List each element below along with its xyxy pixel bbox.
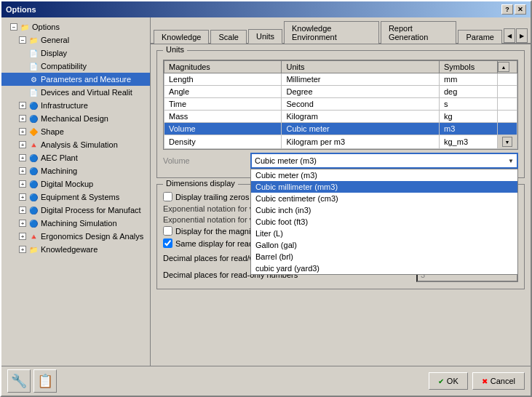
main-content: − 📁 Options − 📁 General 📄 Display 📄 Comp… xyxy=(1,17,531,366)
table-row[interactable]: Time Second s xyxy=(164,98,517,111)
bottom-bar: 🔧 📋 ✔ OK ✖ Cancel xyxy=(1,366,531,396)
cancel-label: Cancel xyxy=(491,377,515,385)
page-icon-devices: 📄 xyxy=(28,87,39,98)
ok-label: OK xyxy=(447,377,458,385)
dropdown-option[interactable]: Gallon (gal) xyxy=(251,239,517,251)
folder-icon-aec: 🔵 xyxy=(28,152,39,164)
cell-unit: Millimeter xyxy=(282,73,440,86)
sidebar-item-parameters[interactable]: ⚙ Parameters and Measure xyxy=(1,73,150,86)
dropdown-current-value: Cubic meter (m3) xyxy=(255,156,317,165)
tab-nav-right[interactable]: ▶ xyxy=(516,28,528,43)
dropdown-option[interactable]: Barrel (brl) xyxy=(251,251,517,262)
same-display-checkbox[interactable] xyxy=(163,238,172,248)
table-row[interactable]: Density Kilogram per m3 kg_m3 ▼ xyxy=(164,135,517,149)
cell-unit: Cubic meter xyxy=(282,123,440,135)
sidebar-item-shape[interactable]: + 🔶 Shape xyxy=(1,125,150,138)
expand-icon-machsim[interactable]: + xyxy=(19,220,26,227)
cell-scroll xyxy=(498,86,517,98)
expand-icon-mech[interactable]: + xyxy=(19,115,26,122)
expand-icon-infra[interactable]: + xyxy=(19,102,26,109)
cell-symbol: s xyxy=(440,98,498,111)
dropdown-option[interactable]: Cubic inch (in3) xyxy=(251,204,517,216)
expand-icon-digital[interactable]: + xyxy=(19,180,26,188)
sidebar-label-general: General xyxy=(41,36,69,44)
table-row[interactable]: Length Millimeter mm xyxy=(164,73,517,86)
bottom-icon-btn-2[interactable]: 📋 xyxy=(33,369,57,393)
units-group-label: Units xyxy=(163,45,187,54)
sidebar-item-options[interactable]: − 📁 Options xyxy=(1,20,150,33)
sidebar-item-digital-mockup[interactable]: + 🔵 Digital Mockup xyxy=(1,177,150,191)
dropdown-option[interactable]: Cubic meter (m3) xyxy=(251,169,517,181)
sidebar-label-compat: Compatibility xyxy=(41,62,87,71)
col-magnitudes: Magnitudes xyxy=(164,61,282,73)
expand-icon-aec[interactable]: + xyxy=(19,154,26,161)
sidebar-item-devices[interactable]: 📄 Devices and Virtual Realit xyxy=(1,86,150,99)
dropdown-option[interactable]: Cubic foot (ft3) xyxy=(251,216,517,228)
sidebar-item-general[interactable]: − 📁 General xyxy=(1,33,150,47)
cancel-button[interactable]: ✖ Cancel xyxy=(472,372,525,390)
help-title-btn[interactable]: ? xyxy=(501,4,513,15)
cell-symbol: kg xyxy=(440,111,498,123)
expand-icon-machining[interactable]: + xyxy=(19,167,26,175)
sidebar-item-aec[interactable]: + 🔵 AEC Plant xyxy=(1,151,150,164)
trailing-zeros-checkbox[interactable] xyxy=(163,192,172,201)
dropdown-option[interactable]: cubic yard (yard3) xyxy=(251,262,517,274)
scroll-up-btn[interactable]: ▲ xyxy=(498,62,509,72)
close-title-btn[interactable]: ✕ xyxy=(515,4,526,15)
cell-magnitude: Density xyxy=(164,135,282,149)
dropdown-option-selected[interactable]: Cubic millimeter (mm3) xyxy=(251,181,517,193)
col-scroll: ▲ xyxy=(498,61,517,73)
tab-scale[interactable]: Scale xyxy=(210,30,247,44)
sidebar-label-equip: Equipment & Systems xyxy=(41,193,119,201)
dropdown-option[interactable]: Cubic centimeter (cm3) xyxy=(251,193,517,204)
expand-icon-know[interactable]: + xyxy=(19,246,26,253)
sidebar-label-infra: Infrastructure xyxy=(41,101,88,110)
sidebar-item-analysis[interactable]: + 🔺 Analysis & Simulation xyxy=(1,138,150,151)
tabs-container: Knowledge Scale Units Knowledge Environm… xyxy=(151,17,531,44)
expand-icon-equip[interactable]: + xyxy=(19,193,26,201)
tab-knowledge-env[interactable]: Knowledge Environment xyxy=(284,21,379,44)
content-area: Knowledge Scale Units Knowledge Environm… xyxy=(151,17,531,366)
tab-units[interactable]: Units xyxy=(248,29,282,44)
sidebar-item-mechanical[interactable]: + 🔵 Mechanical Design xyxy=(1,112,150,125)
magnitude-checkbox[interactable] xyxy=(163,226,172,236)
sidebar-item-compatibility[interactable]: 📄 Compatibility xyxy=(1,60,150,73)
folder-icon: 📁 xyxy=(19,21,31,33)
expand-icon-analysis[interactable]: + xyxy=(19,141,26,148)
expand-icon-shape[interactable]: + xyxy=(19,128,26,135)
page-icon-compat: 📄 xyxy=(28,60,39,72)
cell-magnitude: Volume xyxy=(164,123,282,135)
expand-icon-general[interactable]: − xyxy=(19,36,26,44)
folder-icon-mech: 🔵 xyxy=(28,113,39,124)
table-row-selected[interactable]: Volume Cubic meter m3 xyxy=(164,123,517,135)
sidebar-item-infrastructure[interactable]: + 🔵 Infrastructure xyxy=(1,99,150,112)
cell-scroll-down[interactable]: ▼ xyxy=(498,135,517,149)
dropdown-option[interactable]: Liter (L) xyxy=(251,228,517,239)
folder-icon-equip: 🔵 xyxy=(28,191,39,203)
expand-icon-ergo[interactable]: + xyxy=(19,233,26,240)
ok-button[interactable]: ✔ OK xyxy=(429,372,468,390)
sidebar-item-machining-sim[interactable]: + 🔵 Machining Simulation xyxy=(1,217,150,230)
cell-symbol: deg xyxy=(440,86,498,98)
settings-icon-params: ⚙ xyxy=(28,73,39,85)
sidebar-item-digital-process[interactable]: + 🔵 Digital Process for Manufact xyxy=(1,204,150,217)
bottom-icon-btn-1[interactable]: 🔧 xyxy=(7,369,31,393)
sidebar-item-equipment[interactable]: + 🔵 Equipment & Systems xyxy=(1,191,150,204)
sidebar-item-machining[interactable]: + 🔵 Machining xyxy=(1,164,150,177)
volume-dropdown[interactable]: Cubic meter (m3) ▼ xyxy=(250,153,518,169)
tab-knowledge[interactable]: Knowledge xyxy=(154,30,209,44)
table-row[interactable]: Mass Kilogram kg xyxy=(164,111,517,123)
sidebar-item-ergonomics[interactable]: + 🔺 Ergonomics Design & Analys xyxy=(1,230,150,243)
expand-icon[interactable]: − xyxy=(10,23,17,31)
cell-scroll xyxy=(498,73,517,86)
tab-nav-left[interactable]: ◀ xyxy=(504,28,515,43)
tab-report-gen[interactable]: Report Generation xyxy=(381,21,457,44)
cell-unit: Second xyxy=(282,98,440,111)
expand-icon-dp[interactable]: + xyxy=(19,206,26,214)
window-title: Options xyxy=(6,5,36,14)
tab-parame[interactable]: Parame xyxy=(458,30,502,44)
table-row[interactable]: Angle Degree deg xyxy=(164,86,517,98)
sidebar-label-machsim: Machining Simulation xyxy=(41,219,117,228)
sidebar-item-knowledgeware[interactable]: + 📁 Knowledgeware xyxy=(1,243,150,256)
sidebar-item-display[interactable]: 📄 Display xyxy=(1,47,150,60)
